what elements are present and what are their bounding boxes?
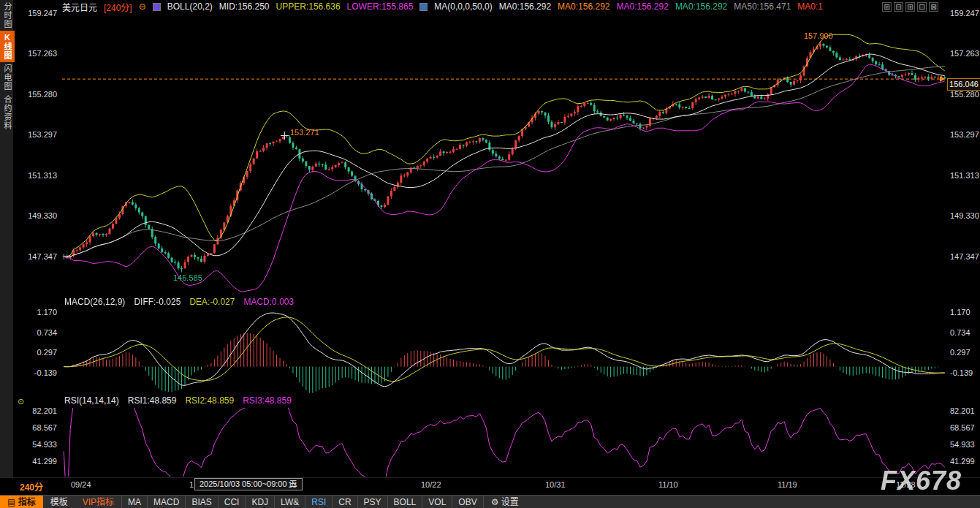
candlestick-chart-canvas[interactable]: [62, 13, 946, 292]
rsi-tick: 68.567: [950, 423, 980, 432]
fx678-watermark: FX678: [881, 466, 962, 496]
boll-icon[interactable]: [153, 3, 161, 11]
tile-window-icon[interactable]: ⊟: [894, 2, 903, 12]
sidebar-item-lightning-chart[interactable]: 闪电图: [0, 62, 15, 93]
high-price-label: 157.900: [804, 31, 833, 40]
rsi-tick: 41.299: [950, 457, 980, 466]
rsi-tick: 54.933: [950, 440, 980, 449]
macd-tick: 0.734: [950, 328, 980, 337]
rsi-header: RSI(14,14,14) RSI1:48.859 RSI2:48.859 RS…: [64, 395, 292, 406]
ma-icon[interactable]: [419, 3, 428, 11]
sidebar-item-candlestick-chart[interactable]: K线图: [0, 31, 15, 62]
rsi3-value: RSI3:48.859: [243, 395, 292, 406]
date-label: 10/22: [421, 480, 441, 489]
ma0-value-4: MA0:156.292: [675, 1, 727, 12]
ma0-value-3: MA0:156.292: [616, 1, 668, 12]
price-tick: 155.280: [19, 90, 57, 99]
indicator-item-psy[interactable]: PSY: [358, 496, 388, 508]
chart-type-sidebar: 分时图 K线图 闪电图 合约资料: [0, 0, 13, 477]
rsi1-value: RSI1:48.859: [128, 395, 177, 406]
macd-tick: 1.170: [950, 308, 980, 316]
macd-title: MACD(26,12,9): [64, 297, 125, 307]
sidebar-item-timeline-chart[interactable]: 分时图: [0, 0, 15, 31]
ma-label: MA(0,0,0,50,0): [434, 1, 492, 12]
indicator-item-rsi[interactable]: RSI: [305, 496, 333, 508]
indicator-item-kdj[interactable]: KDJ: [246, 496, 275, 508]
price-tick: 157.263: [19, 49, 57, 58]
rsi-tick: 82.201: [19, 406, 57, 415]
macd-diff-value: DIFF:-0.025: [134, 297, 181, 307]
last-price-arrow-icon: [940, 76, 945, 82]
ma50-value: MA50:156.471: [734, 1, 791, 12]
rsi-canvas[interactable]: [62, 408, 946, 477]
period-tag: [240分]: [104, 1, 132, 13]
tab-template[interactable]: 模板: [43, 496, 75, 508]
rsi2-value: RSI2:48.859: [185, 395, 234, 406]
list-icon: ▤: [7, 497, 15, 507]
boll-label: BOLL(20,2): [167, 1, 213, 12]
price-tick: 153.297: [950, 130, 980, 139]
price-tick: 157.263: [950, 49, 980, 58]
gear-icon: ⚙: [491, 497, 499, 507]
crosshair-marker-icon: [281, 132, 289, 140]
trading-terminal: 分时图 K线图 闪电图 合约资料 美元日元 [240分] ⊖ BOLL(20,2…: [0, 0, 980, 508]
macd-tick: 1.170: [19, 308, 57, 316]
macd-tick: -0.139: [19, 368, 57, 377]
macd-tick: 0.734: [19, 328, 57, 337]
price-tick: 159.247: [950, 9, 980, 18]
boll-lower-value: LOWER:155.865: [347, 1, 414, 12]
ma0-value-2: MA0:156.292: [558, 1, 609, 12]
tab-indicator[interactable]: ▤ 指标: [0, 496, 43, 508]
boll-mid-value: MID:156.250: [219, 1, 270, 12]
rsi-tick: 68.567: [19, 423, 57, 432]
indicator-item-boll[interactable]: BOLL: [388, 496, 423, 508]
rsi-title: RSI(14,14,14): [64, 395, 119, 406]
indicator-cycle-icon[interactable]: ⊙: [18, 397, 24, 406]
axis-divider: [0, 477, 980, 478]
new-window-icon[interactable]: ⊞: [882, 2, 892, 12]
boll-upper-value: UPPER:156.636: [276, 1, 341, 12]
ma0-value-5: MA0:1: [797, 1, 823, 12]
cascade-window-icon[interactable]: ⊡: [917, 2, 927, 12]
price-tick: 151.313: [950, 171, 980, 180]
macd-tick: 0.297: [19, 348, 57, 357]
price-tick: 159.247: [19, 9, 57, 18]
macd-dea-value: DEA:-0.027: [189, 297, 235, 307]
macd-header: MACD(26,12,9) DIFF:-0.025 DEA:-0.027 MAC…: [64, 297, 294, 307]
split-window-icon[interactable]: ⊞: [905, 2, 915, 12]
crosshair-date-box: 2025/10/03 05:00~09:00 五: [194, 478, 303, 490]
pair-title: 美元日元: [62, 1, 97, 13]
price-tick: 151.313: [19, 171, 57, 180]
indicator-item-macd[interactable]: MACD: [148, 496, 186, 508]
period-axis-label: 240分: [20, 480, 43, 493]
indicator-item-vol[interactable]: VOL: [422, 496, 452, 508]
last-price-box: 156.046: [947, 78, 980, 91]
tab-vip-indicator[interactable]: VIP指标: [75, 496, 121, 508]
indicator-item-cci[interactable]: CCI: [219, 496, 246, 508]
price-tick: 149.330: [950, 211, 980, 220]
tab-indicator-label: 指标: [18, 497, 36, 507]
macd-canvas[interactable]: [62, 308, 946, 393]
date-label: 1: [189, 480, 194, 489]
window-controls: ⊞ ⊟ ⊞ ⊡ ⊠: [882, 2, 938, 12]
indicator-toolbar: ▤ 指标 模板 VIP指标 MA MACD BIAS CCI KDJ LW& R…: [0, 495, 980, 508]
settings-button[interactable]: ⚙ 设置: [484, 496, 526, 508]
collapse-icon[interactable]: ⊖: [139, 1, 146, 12]
indicator-item-ma[interactable]: MA: [121, 496, 148, 508]
indicator-item-lw[interactable]: LW&: [275, 496, 305, 508]
price-tick: 153.297: [19, 130, 57, 139]
chart-header: 美元日元 [240分] ⊖ BOLL(20,2) MID:156.250 UPP…: [62, 0, 823, 13]
indicator-item-cr[interactable]: CR: [333, 496, 357, 508]
low-price-label: 146.585: [173, 273, 202, 282]
date-label: 09/24: [71, 480, 91, 489]
macd-tick: 0.297: [950, 348, 980, 357]
rsi-tick: 82.201: [950, 406, 980, 415]
price-tick: 147.347: [19, 252, 57, 261]
date-label: 10/31: [545, 480, 566, 489]
indicator-item-obv[interactable]: OBV: [452, 496, 483, 508]
swing-price-label: 153.271: [290, 128, 319, 137]
indicator-item-bias[interactable]: BIAS: [186, 496, 218, 508]
rsi-tick: 41.299: [19, 457, 57, 466]
sidebar-item-contract-info[interactable]: 合约资料: [0, 93, 15, 132]
fullscreen-icon[interactable]: ⊠: [929, 2, 938, 12]
